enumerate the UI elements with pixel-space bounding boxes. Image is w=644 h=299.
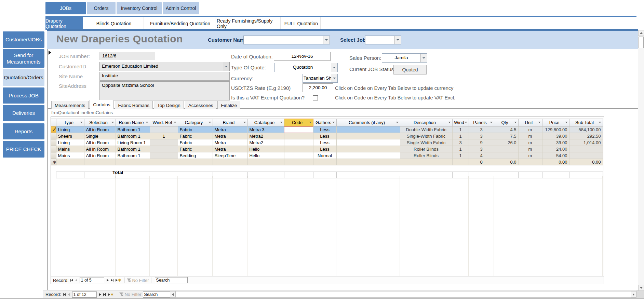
cell-selection[interactable]: All in Room xyxy=(84,152,116,159)
row-selector[interactable] xyxy=(51,152,56,159)
cell-comments[interactable] xyxy=(336,159,400,165)
customer-id-combo[interactable]: Emerson Education Limited xyxy=(99,62,230,71)
type-of-quote-combo[interactable]: Quotation xyxy=(274,63,338,72)
cell-wind_ref[interactable]: 1 xyxy=(150,133,178,139)
row-selector[interactable] xyxy=(51,139,56,146)
cell-price[interactable]: 0.00 xyxy=(542,159,569,165)
sidebar-item-send-for-measurements[interactable]: Send for Measurements xyxy=(3,49,44,68)
cell-code[interactable] xyxy=(284,146,313,152)
dropdown-arrow-icon[interactable] xyxy=(420,54,427,62)
tab-curtains[interactable]: Curtains xyxy=(90,100,113,109)
sidebar-item-customer-jobs[interactable]: Customer/JOBs xyxy=(3,31,44,48)
cell-category[interactable] xyxy=(178,159,213,165)
cell-type[interactable]: Mains xyxy=(56,152,84,159)
col-header-sub_total[interactable]: Sub Total xyxy=(569,119,603,126)
cell-sub_total[interactable]: 0.00 xyxy=(569,159,603,165)
first-record-button[interactable] xyxy=(63,293,66,296)
cell-comments[interactable] xyxy=(336,152,400,159)
cell-type[interactable]: Lining xyxy=(56,126,84,133)
cell-category[interactable]: Fabric xyxy=(178,133,213,139)
usd-tzs-rate-field[interactable]: 2,200.00 xyxy=(303,83,333,92)
dropdown-arrow-icon[interactable] xyxy=(394,36,401,44)
scroll-left-icon[interactable] xyxy=(170,291,176,298)
last-record-button[interactable] xyxy=(103,293,106,296)
sidebar-item-deliveries[interactable]: Deliveries xyxy=(3,105,44,121)
ribbon-tab-inventory-control[interactable]: Inventory Control xyxy=(117,2,162,14)
cell-catalogue[interactable]: Metra2 xyxy=(247,139,284,146)
new-record-button[interactable]: ∗ xyxy=(108,293,114,296)
cell-panels[interactable]: 0 xyxy=(469,159,494,165)
previous-record-button[interactable] xyxy=(75,279,77,282)
cell-gathers[interactable]: Less xyxy=(313,139,336,146)
cell-room_name[interactable]: Bathroom 1 xyxy=(116,133,150,139)
row-selector[interactable] xyxy=(51,133,56,139)
cell-gathers[interactable]: Less xyxy=(313,126,336,133)
tab-furniture-bedding-quotation[interactable]: Furniture/Bedding Quotation xyxy=(145,17,215,30)
new-record-button[interactable]: ∗ xyxy=(116,279,122,282)
sidebar-item-reports[interactable]: Reports xyxy=(3,123,44,139)
col-header-category[interactable]: Category xyxy=(178,119,213,126)
scroll-down-icon[interactable] xyxy=(638,285,644,291)
dropdown-arrow-icon[interactable] xyxy=(331,74,337,82)
col-header-panels[interactable]: Panels xyxy=(469,119,494,126)
cell-category[interactable]: Fabric xyxy=(178,126,213,133)
col-header-catalogue[interactable]: Catalogue xyxy=(247,119,284,126)
row-selector[interactable] xyxy=(51,146,56,152)
sidebar-item-price-check[interactable]: PRICE CHECK xyxy=(3,141,44,158)
cell-room_name[interactable] xyxy=(116,159,150,165)
vat-exempt-checkbox[interactable] xyxy=(313,95,318,100)
cell-brand[interactable]: Metra xyxy=(213,133,247,139)
col-header-wind_ref[interactable]: Wind. Ref xyxy=(150,119,178,126)
tab-blinds-quotation[interactable]: Blinds Quotation xyxy=(84,17,144,30)
scroll-up-icon[interactable] xyxy=(638,30,644,36)
tab-finalize[interactable]: Finalize xyxy=(217,101,240,109)
cell-code[interactable] xyxy=(284,152,313,159)
date-of-quotation-field[interactable]: 12-Nov-16 xyxy=(274,52,331,61)
sales-person-combo[interactable]: Jamila xyxy=(382,53,427,63)
col-header-price[interactable]: Price xyxy=(542,119,569,126)
cell-room_name[interactable]: Bathroom 1 xyxy=(116,146,150,152)
ribbon-tab-jobs[interactable]: JOBs xyxy=(45,2,86,14)
cell-brand[interactable]: Metra xyxy=(213,126,247,133)
col-header-code[interactable]: Code xyxy=(284,119,313,126)
site-name-field[interactable]: Institute xyxy=(99,72,230,81)
cell-room_name[interactable]: Bathroom 1 xyxy=(116,152,150,159)
cell-comments[interactable] xyxy=(336,146,400,152)
vertical-scrollbar-thumb[interactable] xyxy=(639,37,644,48)
select-job-combo[interactable] xyxy=(365,36,401,44)
col-header-type[interactable]: Type xyxy=(56,119,84,126)
cell-brand[interactable] xyxy=(213,159,247,165)
sidebar-item-quotation-orders[interactable]: Quotation/Orders xyxy=(3,69,44,86)
col-header-room_name[interactable]: Room Name xyxy=(116,119,150,126)
cell-category[interactable]: Fabric xyxy=(178,146,213,152)
cell-catalogue[interactable]: Hello xyxy=(247,152,284,159)
cell-selection[interactable]: Single xyxy=(84,133,116,139)
cell-catalogue[interactable] xyxy=(247,159,284,165)
cell-type[interactable]: Mains xyxy=(56,146,84,152)
cell-qty[interactable]: 0.0 xyxy=(494,159,518,165)
record-position-box[interactable]: 1 of 5 xyxy=(80,277,104,283)
horizontal-scrollbar[interactable] xyxy=(170,291,636,298)
col-header-wind[interactable]: Wind xyxy=(452,119,469,126)
cell-type[interactable]: Sheers xyxy=(56,133,84,139)
cell-comments[interactable] xyxy=(336,133,400,139)
cell-brand[interactable]: SleepTime xyxy=(213,152,247,159)
tab-measurements[interactable]: Measurements xyxy=(51,101,89,109)
cell-catalogue[interactable]: Metra2 xyxy=(247,133,284,139)
cell-catalogue[interactable]: Metra 3 xyxy=(247,126,284,133)
col-header-gathers[interactable]: Gathers xyxy=(313,119,336,126)
cell-catalogue[interactable]: Hello xyxy=(247,146,284,152)
cell-code[interactable] xyxy=(284,139,313,146)
cell-code[interactable] xyxy=(284,126,313,133)
cell-code[interactable] xyxy=(284,133,313,139)
last-record-button[interactable] xyxy=(111,279,113,282)
cell-gathers[interactable]: Less xyxy=(313,146,336,152)
cell-gathers[interactable]: Less xyxy=(313,133,336,139)
cell-unit[interactable] xyxy=(518,159,542,165)
tab-top-design[interactable]: Top Design xyxy=(154,101,184,109)
select-all-corner[interactable] xyxy=(51,119,56,126)
sidebar-item-process-job[interactable]: Process JOB xyxy=(3,87,44,104)
cell-category[interactable]: Fabric xyxy=(178,139,213,146)
cell-description[interactable] xyxy=(400,159,452,165)
currency-combo[interactable]: Tanzanian Shi xyxy=(303,74,338,83)
